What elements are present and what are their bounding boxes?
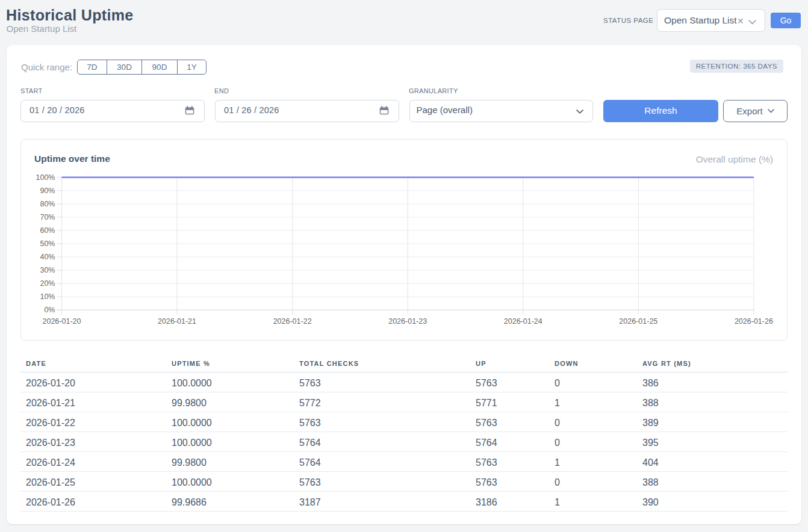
svg-text:2026-01-21: 2026-01-21 xyxy=(158,317,196,326)
svg-text:2026-01-23: 2026-01-23 xyxy=(388,317,427,326)
svg-text:90%: 90% xyxy=(40,187,55,195)
svg-text:80%: 80% xyxy=(40,200,55,208)
svg-text:70%: 70% xyxy=(40,213,55,221)
svg-text:2026-01-26: 2026-01-26 xyxy=(735,317,773,326)
svg-text:2026-01-24: 2026-01-24 xyxy=(504,317,542,326)
svg-text:40%: 40% xyxy=(40,253,55,261)
svg-text:30%: 30% xyxy=(40,266,55,274)
svg-text:50%: 50% xyxy=(40,240,55,248)
svg-text:2026-01-22: 2026-01-22 xyxy=(273,317,312,326)
svg-text:100%: 100% xyxy=(36,173,55,182)
svg-text:20%: 20% xyxy=(40,279,55,288)
svg-text:2026-01-25: 2026-01-25 xyxy=(619,317,657,326)
svg-text:0%: 0% xyxy=(44,306,55,314)
svg-text:10%: 10% xyxy=(40,292,55,301)
svg-text:2026-01-20: 2026-01-20 xyxy=(43,317,81,326)
svg-text:60%: 60% xyxy=(40,226,55,235)
